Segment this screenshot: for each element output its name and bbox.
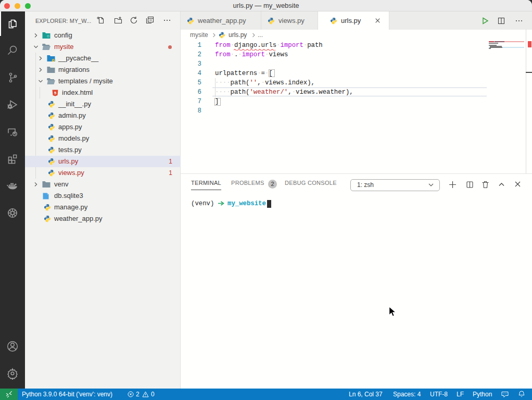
- svg-text:5: 5: [54, 90, 57, 95]
